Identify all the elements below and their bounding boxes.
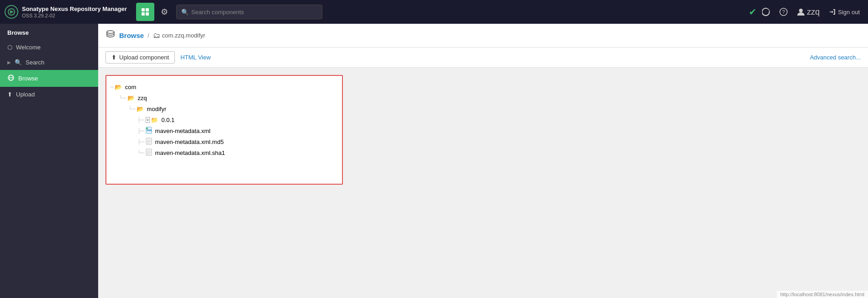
svg-point-15 <box>146 128 148 129</box>
nav-browse-button[interactable] <box>136 3 154 21</box>
svg-point-12 <box>107 31 114 33</box>
tree-area: ─ 📂 com └─ 📂 zzq └─ 📂 modifyr <box>98 68 868 298</box>
status-icon: ✔ <box>749 6 757 17</box>
sidebar-item-upload[interactable]: ⬆ Upload <box>0 87 98 102</box>
breadcrumb-bar: Browse / 🗂 com.zzq.modifyr <box>98 24 868 48</box>
upload-icon: ⬆ <box>111 54 116 61</box>
upload-component-button[interactable]: ⬆ Upload component <box>105 51 175 64</box>
upload-nav-icon: ⬆ <box>7 91 12 98</box>
sidebar: Browse ⬡ Welcome ▶ 🔍 Search Browse ⬆ Upl… <box>0 24 98 298</box>
refresh-button[interactable] <box>758 5 774 19</box>
browse-icon <box>7 74 15 83</box>
tree-node-zzq[interactable]: └─ 📂 zzq <box>110 92 338 103</box>
upload-label: Upload component <box>119 54 169 61</box>
breadcrumb-path-text: com.zzq.modifyr <box>162 32 205 39</box>
tree-node-maven-xml[interactable]: ├─ XML maven-metadata.xml <box>110 125 338 136</box>
breadcrumb-folder-icon: 🗂 <box>153 32 160 40</box>
sidebar-item-welcome[interactable]: ⬡ Welcome <box>0 40 98 55</box>
svg-marker-1 <box>10 10 14 14</box>
svg-rect-5 <box>146 12 149 16</box>
expand-icon[interactable]: + <box>146 117 150 123</box>
tree-node-maven-sha1[interactable]: └─ maven-metadata.xml.sha1 <box>110 147 338 158</box>
username-label: zzq <box>807 7 820 17</box>
svg-rect-3 <box>146 8 149 11</box>
signout-label: Sign out <box>838 9 860 16</box>
app-body: Browse ⬡ Welcome ▶ 🔍 Search Browse ⬆ Upl… <box>0 24 868 298</box>
node-label-zzq[interactable]: zzq <box>137 94 148 102</box>
node-label-version[interactable]: 0.0.1 <box>160 116 176 124</box>
sidebar-item-search[interactable]: ▶ 🔍 Search <box>0 55 98 70</box>
node-label-maven-sha1[interactable]: maven-metadata.xml.sha1 <box>154 149 226 157</box>
svg-point-8 <box>799 9 803 12</box>
sidebar-item-browse[interactable]: Browse <box>0 70 98 87</box>
component-search[interactable]: 🔍 <box>176 5 322 19</box>
tree-node-maven-md5[interactable]: ├─ maven-metadata.xml.md5 <box>110 136 338 147</box>
tree-node-0.0.1[interactable]: ├─ + 📁 0.0.1 <box>110 114 338 125</box>
sidebar-item-label: Search <box>26 59 44 66</box>
folder-closed-icon: 📁 <box>151 117 158 123</box>
db-icon <box>105 29 116 42</box>
arrow-icon: ▶ <box>7 60 11 65</box>
svg-text:XML: XML <box>147 129 152 132</box>
user-menu-button[interactable]: zzq <box>793 5 823 20</box>
node-label-maven-md5[interactable]: maven-metadata.xml.md5 <box>154 138 225 146</box>
tree-node-com[interactable]: ─ 📂 com <box>110 81 338 92</box>
sidebar-title: Browse <box>0 24 98 40</box>
html-view-button[interactable]: HTML View <box>180 54 210 61</box>
tree-node-modifyr[interactable]: └─ 📂 modifyr <box>110 103 338 114</box>
bottom-url: http://localhost:8081/nexus/index.html <box>777 291 868 298</box>
app-version: OSS 3.29.2-02 <box>22 13 127 18</box>
gear-button[interactable]: ⚙ <box>158 4 171 20</box>
svg-rect-20 <box>146 149 152 155</box>
breadcrumb-current-path: 🗂 com.zzq.modifyr <box>153 32 205 40</box>
help-button[interactable]: ? <box>776 5 791 19</box>
svg-rect-4 <box>142 12 145 16</box>
xml-file-icon: XML <box>146 127 152 135</box>
app-logo: Sonatype Nexus Repository Manager OSS 3.… <box>5 5 127 19</box>
breadcrumb-browse[interactable]: Browse <box>119 32 144 39</box>
node-label-modifyr[interactable]: modifyr <box>146 105 168 113</box>
generic-file-icon <box>146 138 152 146</box>
folder-open-icon: 📂 <box>127 95 135 101</box>
search-nav-icon: 🔍 <box>15 59 22 66</box>
sidebar-item-label: Welcome <box>16 44 41 51</box>
folder-open-icon: 📂 <box>137 106 144 112</box>
folder-open-icon: 📂 <box>115 84 122 90</box>
toolbar-bar: ⬆ Upload component HTML View Advanced se… <box>98 48 868 68</box>
app-header: Sonatype Nexus Repository Manager OSS 3.… <box>0 0 868 24</box>
sign-out-button[interactable]: Sign out <box>825 5 863 18</box>
hexagon-icon: ⬡ <box>7 44 12 51</box>
main-content: Browse / 🗂 com.zzq.modifyr ⬆ Upload comp… <box>98 24 868 298</box>
app-title: Sonatype Nexus Repository Manager <box>22 5 127 13</box>
node-label-com[interactable]: com <box>124 83 138 91</box>
svg-rect-16 <box>146 138 152 144</box>
advanced-search-link[interactable]: Advanced search... <box>810 54 861 61</box>
file-tree: ─ 📂 com └─ 📂 zzq └─ 📂 modifyr <box>105 75 343 185</box>
generic-file-icon-2 <box>146 149 152 157</box>
search-icon: 🔍 <box>181 9 189 16</box>
sidebar-item-label: Upload <box>16 91 35 98</box>
sidebar-item-label: Browse <box>18 75 38 82</box>
breadcrumb-separator: / <box>147 32 149 39</box>
header-actions: ✔ ? zzq Sign out <box>749 5 863 20</box>
node-label-maven-xml[interactable]: maven-metadata.xml <box>154 127 212 135</box>
svg-rect-2 <box>142 8 145 11</box>
logo-icon <box>5 5 18 19</box>
svg-text:?: ? <box>782 9 785 15</box>
search-input[interactable] <box>191 9 317 16</box>
